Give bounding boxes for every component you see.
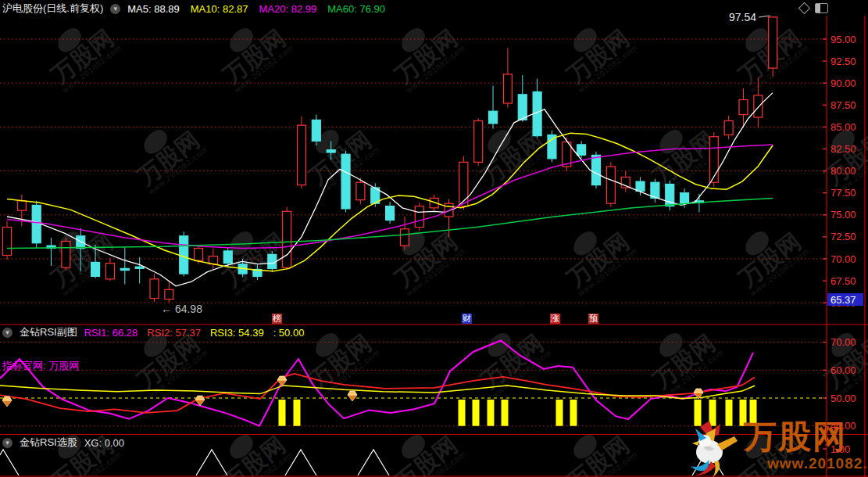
site-note: 指标官网: 万股网 <box>2 359 79 373</box>
select-panel-header: ▾ 金钻RSI选股 XG: 0.00 <box>0 436 124 450</box>
rsi-legend-item: RSI2: 57.37 <box>147 327 201 339</box>
ma-legend-item: MA60: 76.90 <box>327 3 385 15</box>
axis-label: 87.50 <box>830 99 856 111</box>
price-axis[interactable]: 95.0092.5090.0087.5085.0082.5080.0077.50… <box>0 0 868 477</box>
axis-label: 72.50 <box>830 231 856 242</box>
main-chart-header: 沪电股份(日线.前复权) ▾ MA5: 88.89MA10: 82.87MA20… <box>0 2 385 16</box>
stock-title: 沪电股份(日线.前复权) <box>2 2 103 16</box>
rsi-panel-title: 金钻RSI副图 <box>20 325 77 339</box>
xg-value: XG: 0.00 <box>84 437 124 449</box>
rsi-site-note-row: 指标官网: 万股网 <box>0 359 79 373</box>
axis-label: 82.50 <box>830 143 856 155</box>
svg-text:65.37: 65.37 <box>830 294 856 306</box>
axis-label: 77.50 <box>830 187 856 199</box>
rsi-legend: RSI1: 66.28RSI2: 57.37RSI3: 54.39: 50.00 <box>84 327 305 339</box>
axis-label: 67.50 <box>830 275 856 287</box>
axis-label: 1.00 <box>830 443 850 455</box>
collapse-chevron-icon[interactable]: ▾ <box>110 4 120 14</box>
axis-label: 92.50 <box>830 56 856 67</box>
axis-label: 70.00 <box>830 336 856 348</box>
axis-label: 90.00 <box>830 77 856 89</box>
axis-label: 60.00 <box>830 364 856 376</box>
rsi-panel-header: ▾ 金钻RSI副图 RSI1: 66.28RSI2: 57.37RSI3: 54… <box>0 325 304 339</box>
select-panel-title: 金钻RSI选股 <box>20 436 77 450</box>
rsi-legend-item: RSI1: 66.28 <box>84 327 138 339</box>
axis-label: 75.00 <box>830 209 856 221</box>
ma-legend: MA5: 88.89MA10: 82.87MA20: 82.99MA60: 76… <box>127 3 385 15</box>
axis-label: 85.00 <box>830 121 856 133</box>
axis-label: 95.00 <box>830 34 856 45</box>
trading-app-window: 万股网www.201082.com万股网www.201082.com万股网www… <box>0 0 868 477</box>
axis-label: 70.00 <box>830 253 856 265</box>
axis-label: 80.00 <box>830 165 856 177</box>
rsi-legend-item: RSI3: 54.39 <box>210 327 264 339</box>
layout-split-icon[interactable] <box>815 3 828 13</box>
select-collapse-chevron-icon[interactable]: ▾ <box>2 438 13 448</box>
axis-label: 50.00 <box>830 393 856 404</box>
axis-label: 40.00 <box>830 420 856 432</box>
ma-legend-item: MA20: 82.99 <box>259 3 317 15</box>
ma-legend-item: MA5: 88.89 <box>127 3 180 15</box>
ma-legend-item: MA10: 82.87 <box>191 3 248 15</box>
rsi-collapse-chevron-icon[interactable]: ▾ <box>2 328 13 338</box>
rsi-legend-item: : 50.00 <box>273 327 305 339</box>
